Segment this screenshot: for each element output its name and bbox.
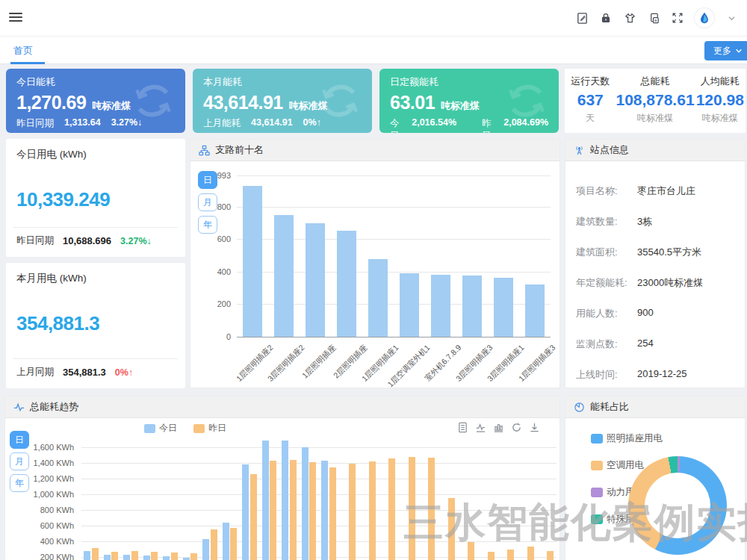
kpi-sub-label: 上月能耗 <box>203 117 241 130</box>
trend-bar-昨日[interactable] <box>507 550 514 560</box>
branch-bar[interactable] <box>525 284 545 337</box>
legend-swatch <box>591 488 603 497</box>
trend-bar-今日[interactable] <box>242 464 249 560</box>
recycle-icon <box>131 79 175 122</box>
branch-icon <box>199 145 210 156</box>
period-button-year[interactable]: 年 <box>198 216 217 234</box>
trend-bar-昨日[interactable] <box>190 553 197 560</box>
trend-bar-昨日[interactable] <box>250 474 257 560</box>
site-info-label: 建筑数量: <box>576 215 637 228</box>
trend-bar-昨日[interactable] <box>488 552 495 560</box>
site-info-row: 监测点数:254 <box>565 337 745 351</box>
pulse-icon <box>13 402 25 413</box>
branch-bar[interactable] <box>306 223 325 337</box>
trend-bar-昨日[interactable] <box>468 542 474 560</box>
branch-bar[interactable] <box>243 186 262 337</box>
trend-bar-昨日[interactable] <box>329 467 336 560</box>
refresh-icon[interactable] <box>511 422 522 433</box>
trend-bar-昨日[interactable] <box>111 552 118 560</box>
trend-bar-昨日[interactable] <box>369 461 376 560</box>
y-axis-tick-label: 800 <box>196 202 231 211</box>
y-axis-tick-label: 400 <box>196 267 231 276</box>
chart-toolbar <box>457 422 540 433</box>
lock-icon[interactable] <box>599 11 613 25</box>
trend-bar-昨日[interactable] <box>131 551 138 560</box>
trend-bar-昨日[interactable] <box>151 552 158 560</box>
more-button[interactable]: 更多 <box>704 41 747 60</box>
gridline <box>81 494 557 495</box>
id-card-icon[interactable]: a <box>647 11 660 25</box>
energy-trend-panel: 总能耗趋势 今日昨日 日月年 200 KWh400 KWh600 KWh800 … <box>4 396 560 560</box>
data-view-icon[interactable] <box>457 422 468 433</box>
legend-item-今日[interactable]: 今日 <box>144 422 177 435</box>
download-icon[interactable] <box>529 422 540 433</box>
trend-bar-今日[interactable] <box>302 447 309 560</box>
trend-bar-昨日[interactable] <box>290 460 297 560</box>
trend-bar-昨日[interactable] <box>92 548 99 560</box>
y-axis-tick-label: 200 <box>196 299 231 308</box>
trend-bar-昨日[interactable] <box>547 551 554 560</box>
kpi-sub-label: 昨日占比: <box>482 117 498 133</box>
trend-bar-今日[interactable] <box>282 441 288 560</box>
chevron-down-icon[interactable] <box>725 11 738 25</box>
branch-bar[interactable] <box>400 273 419 337</box>
trend-bar-今日[interactable] <box>104 555 111 560</box>
usage-sub-label: 昨日同期 <box>16 234 54 247</box>
shirt-theme-icon[interactable] <box>623 11 636 25</box>
trend-bar-今日[interactable] <box>202 539 209 560</box>
pie-icon <box>574 402 585 413</box>
branch-top10-panel: 支路前十名 日月年 0200400600800993 1层照明插座23层照明插座… <box>190 139 560 388</box>
trend-bar-今日[interactable] <box>123 555 130 560</box>
trend-bar-昨日[interactable] <box>409 457 415 560</box>
trend-legend: 今日昨日 <box>144 422 226 435</box>
menu-toggle-icon[interactable] <box>9 13 22 23</box>
line-chart-icon[interactable] <box>475 422 486 433</box>
trend-bar-今日[interactable] <box>163 556 170 560</box>
trend-bar-昨日[interactable] <box>448 498 455 560</box>
trend-bar-今日[interactable] <box>223 523 229 560</box>
trend-bar-今日[interactable] <box>262 441 269 560</box>
branch-bar[interactable] <box>462 276 482 337</box>
branch-bar[interactable] <box>274 215 294 337</box>
summary-stat-unit: 天 <box>565 112 616 125</box>
trend-bar-昨日[interactable] <box>171 553 178 560</box>
fullscreen-icon[interactable] <box>671 11 684 25</box>
usage-title: 今日用电 (kWh) <box>16 148 175 161</box>
trend-bar-今日[interactable] <box>143 556 150 560</box>
gridline <box>81 510 557 511</box>
kpi-card-month-energy: 本月能耗 43,614.91吨标准煤 上月能耗43,614.910%↑ <box>193 69 372 133</box>
trend-bar-今日[interactable] <box>183 558 190 560</box>
divider <box>13 358 178 359</box>
bar-chart-icon[interactable] <box>493 422 504 433</box>
trend-bar-今日[interactable] <box>321 461 328 560</box>
legend-item-照明插座用电[interactable]: 照明插座用电 <box>591 432 663 445</box>
legend-item-昨日[interactable]: 昨日 <box>193 422 226 435</box>
trend-bar-昨日[interactable] <box>230 528 237 560</box>
trend-bar-昨日[interactable] <box>527 547 534 560</box>
kpi-unit: 吨标准煤 <box>92 99 131 113</box>
trend-bar-昨日[interactable] <box>211 529 217 560</box>
branch-bar[interactable] <box>368 259 388 337</box>
branch-bar[interactable] <box>337 231 356 337</box>
kpi-card-daily-quota: 日定额能耗 63.01吨标准煤 今日占比:2,016.54% 昨日占比:2,08… <box>379 69 559 133</box>
branch-bar[interactable] <box>494 278 513 337</box>
site-info-label: 年定额能耗: <box>576 276 637 290</box>
water-drop-logo[interactable] <box>695 8 714 28</box>
tab-home[interactable]: 首页 <box>9 37 37 64</box>
gridline <box>81 526 557 526</box>
trend-bar-昨日[interactable] <box>428 458 435 560</box>
trend-bar-昨日[interactable] <box>270 461 276 560</box>
legend-swatch <box>193 424 205 433</box>
summary-stats-panel: 运行天数637天总能耗108,878.61吨标准煤人均能耗120.98吨标准煤 <box>565 69 746 133</box>
kpi-sub-label: 今日占比: <box>390 117 406 133</box>
trend-bar-昨日[interactable] <box>309 462 316 560</box>
trend-bar-昨日[interactable] <box>388 458 395 560</box>
branch-bar[interactable] <box>431 275 450 337</box>
recycle-icon <box>318 79 362 122</box>
trend-bar-昨日[interactable] <box>349 464 356 560</box>
legend-label: 照明插座用电 <box>607 432 663 445</box>
trend-bar-今日[interactable] <box>84 551 90 560</box>
clipboard-edit-icon[interactable] <box>575 11 589 25</box>
energy-dashboard: a 首页 更多 今日能耗 1,270.69吨标准煤 昨日同期1,313.643.… <box>0 0 747 560</box>
gridline <box>81 463 557 464</box>
